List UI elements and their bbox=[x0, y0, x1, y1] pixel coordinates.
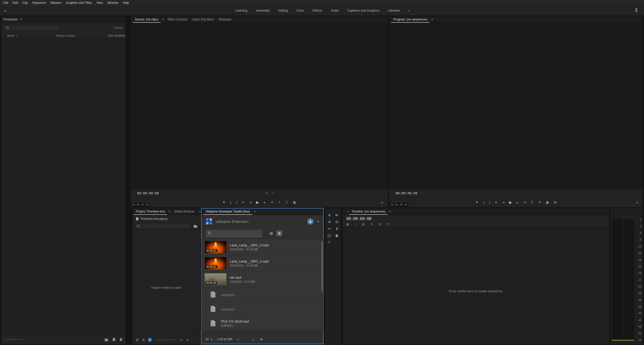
menu-edit[interactable]: Edit bbox=[10, 0, 20, 6]
project-writable-pencil-icon[interactable] bbox=[136, 338, 139, 341]
tab-timeline[interactable]: Timeline: (no sequences) bbox=[349, 208, 388, 215]
tab-program[interactable]: Program: (no sequences) bbox=[391, 16, 430, 23]
page-size-select[interactable]: 10 ▾ bbox=[205, 337, 212, 341]
workspace-overflow-icon[interactable]: » bbox=[404, 9, 413, 12]
menu-help[interactable]: Help bbox=[120, 0, 131, 6]
add-marker-button[interactable]: ▼ bbox=[475, 201, 479, 204]
project-search-input[interactable] bbox=[135, 223, 191, 229]
panel-menu-icon[interactable]: ≡ bbox=[430, 18, 434, 21]
list-item[interactable]: 00:00:30 Lava_Lamp__2802_2.mp4 12/22/202… bbox=[201, 255, 323, 271]
project-bin-area[interactable]: Import media to start bbox=[133, 230, 200, 335]
panel-menu-icon[interactable]: ≡ bbox=[161, 18, 165, 21]
zoom-slider[interactable] bbox=[4, 338, 22, 341]
list-item[interactable]: FILE-VX-1619.mp4 11/8/2021 - bbox=[201, 316, 323, 331]
vidispine-search-input[interactable] bbox=[206, 230, 262, 237]
menu-view[interactable]: View bbox=[94, 0, 105, 6]
step-forward-button[interactable]: ▸ bbox=[517, 201, 519, 204]
list-scrollbar[interactable] bbox=[321, 241, 323, 291]
workspace-tab-libraries[interactable]: Libraries bbox=[384, 6, 404, 16]
column-project-locked[interactable]: Project Locked bbox=[56, 34, 108, 37]
list-item[interactable]: 11/11/2021 - bbox=[201, 302, 323, 316]
close-icon[interactable]: × bbox=[345, 210, 349, 213]
column-date-modified[interactable]: Date Modified bbox=[108, 34, 125, 37]
timeline-playhead-timecode[interactable]: 00:00:00:00 bbox=[346, 217, 371, 221]
export-frame-button[interactable]: ▣ bbox=[546, 201, 549, 204]
track-select-tool[interactable] bbox=[333, 212, 341, 219]
production-search-field[interactable] bbox=[11, 26, 58, 30]
new-bin-icon[interactable] bbox=[105, 338, 108, 341]
icon-view-icon[interactable] bbox=[148, 338, 151, 341]
chevron-down-icon[interactable]: ∨ bbox=[186, 338, 189, 342]
lift-button[interactable]: ↥ bbox=[531, 201, 533, 204]
remix-tool[interactable] bbox=[333, 219, 341, 225]
automate-to-sequence-icon[interactable]: ≔ bbox=[180, 338, 183, 342]
snap-icon[interactable]: ∩ bbox=[354, 223, 356, 226]
ripple-edit-tool[interactable] bbox=[325, 219, 333, 225]
workspace-tab-color[interactable]: Color bbox=[292, 6, 308, 16]
filter-icon[interactable]: ▼ bbox=[16, 35, 17, 37]
go-to-out-button[interactable]: ⇥ bbox=[523, 201, 526, 204]
grid-view-icon[interactable]: ▦ bbox=[268, 230, 274, 236]
avatar-caret-icon[interactable]: ▾ bbox=[317, 220, 319, 223]
step-back-button[interactable]: ◂ bbox=[250, 201, 251, 204]
drag-video-icon[interactable]: ▤ bbox=[266, 192, 268, 195]
list-view-icon[interactable]: ≣ bbox=[276, 230, 282, 236]
overwrite-button[interactable]: ↧ bbox=[285, 201, 288, 204]
go-to-in-button[interactable]: ⇤ bbox=[495, 201, 498, 204]
panel-menu-icon[interactable]: ≡ bbox=[252, 210, 257, 213]
column-name[interactable]: Name ▼ bbox=[7, 34, 56, 37]
menu-markers[interactable]: Markers bbox=[48, 0, 64, 6]
comparison-view-button[interactable]: ⊞ bbox=[554, 201, 557, 204]
button-editor-plus-icon[interactable]: + bbox=[381, 200, 383, 204]
prev-page-icon[interactable]: ‹ bbox=[246, 337, 247, 341]
user-avatar[interactable] bbox=[307, 218, 314, 225]
play-button[interactable]: ▶ bbox=[509, 200, 512, 204]
last-page-icon[interactable]: ⇥ bbox=[260, 337, 262, 341]
timeline-settings-wrench-icon[interactable]: ⚙ bbox=[379, 223, 381, 226]
trash-icon[interactable] bbox=[119, 338, 122, 341]
panel-menu-icon[interactable]: ≡ bbox=[19, 18, 23, 21]
step-forward-button[interactable]: ▸ bbox=[264, 201, 266, 204]
menu-window[interactable]: Window bbox=[105, 0, 121, 6]
new-item-icon[interactable] bbox=[112, 338, 115, 341]
tab-project[interactable]: Project: Premiere test bbox=[134, 208, 167, 215]
workspace-tab-editing[interactable]: Editing bbox=[274, 6, 292, 16]
rectangle-tool[interactable] bbox=[325, 232, 333, 239]
export-frame-button[interactable]: ▣ bbox=[293, 201, 296, 204]
tab-media-browser[interactable]: Media Browser bbox=[172, 208, 197, 215]
panel-menu-icon[interactable]: ≡ bbox=[388, 210, 392, 213]
list-view-icon[interactable]: ≣ bbox=[142, 338, 145, 342]
tab-source[interactable]: Source: (no clips) bbox=[133, 16, 161, 23]
add-marker-button[interactable]: ▼ bbox=[222, 201, 225, 204]
menu-sequence[interactable]: Sequence bbox=[30, 0, 48, 6]
tab-audio-clip-mixer[interactable]: Audio Clip Mixer bbox=[190, 16, 216, 23]
mark-in-button[interactable]: { bbox=[230, 201, 231, 204]
drag-audio-icon[interactable]: ∿ bbox=[272, 192, 274, 195]
workspace-tab-effects[interactable]: Effects bbox=[308, 6, 326, 16]
slider-handle[interactable] bbox=[162, 338, 165, 341]
pen-tool[interactable] bbox=[333, 225, 341, 232]
tab-effect-controls[interactable]: Effect Controls bbox=[165, 16, 190, 23]
next-page-icon[interactable]: › bbox=[253, 337, 254, 341]
tab-vidispine-toolkit[interactable]: Vidispine Developer Toolkit (Dev) bbox=[203, 208, 252, 215]
go-to-out-button[interactable]: ⇥ bbox=[270, 201, 273, 204]
list-item[interactable]: 00:00:29 elk.mp4 12/5/2021 - 3.23 MB bbox=[201, 271, 323, 287]
workspace-tab-captions-graphics[interactable]: Captions and Graphics bbox=[343, 6, 384, 16]
extract-button[interactable]: ⇞ bbox=[538, 201, 541, 204]
workspace-tab-audio[interactable]: Audio bbox=[326, 6, 343, 16]
timeline-track-area[interactable]: Drop media here to create sequence. bbox=[343, 228, 609, 344]
hand-tool[interactable] bbox=[333, 232, 341, 239]
vidispine-search-field[interactable] bbox=[213, 231, 260, 235]
production-search-input[interactable] bbox=[4, 25, 60, 31]
list-item[interactable]: 11/11/2021 - bbox=[201, 287, 323, 302]
captions-icon[interactable]: CC bbox=[387, 223, 390, 226]
selection-tool[interactable] bbox=[325, 212, 333, 219]
button-editor-plus-icon[interactable]: + bbox=[636, 200, 638, 204]
zoom-slider-handle[interactable] bbox=[9, 338, 12, 341]
project-search-field[interactable] bbox=[141, 224, 189, 228]
mark-out-button[interactable]: } bbox=[236, 201, 237, 204]
mark-out-button[interactable]: } bbox=[489, 201, 490, 204]
tab-metadata[interactable]: Metadata bbox=[216, 16, 234, 23]
project-file-name[interactable]: Premiere test.prproj bbox=[141, 217, 167, 221]
thumbnail-zoom-slider[interactable] bbox=[156, 338, 175, 341]
